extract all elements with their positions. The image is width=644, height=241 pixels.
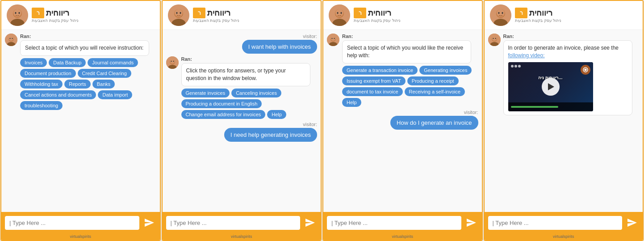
type-input-1[interactable] (5, 216, 139, 230)
bot-name-4: Ran: (503, 34, 640, 39)
svg-point-13 (12, 38, 13, 39)
svg-point-47 (502, 12, 503, 14)
svg-point-25 (170, 59, 175, 64)
send-icon-3 (466, 217, 477, 228)
tag-data-import[interactable]: Data import (98, 90, 132, 99)
play-triangle (548, 83, 554, 90)
tag-reports[interactable]: Reports (64, 80, 91, 89)
tag-producing-doc-english[interactable]: Producing a document in English (181, 99, 262, 108)
bot-content-2: Ran: Click the options for answers, or t… (181, 56, 318, 119)
tag-invoices[interactable]: Invoices (20, 58, 47, 67)
tag-troubleshooting[interactable]: troubleshooting (20, 101, 63, 110)
chat-body-2[interactable]: visitor: I want help with invoices Ran: (163, 30, 321, 212)
chat-body-3[interactable]: Ran: Select a topic of which you would l… (323, 30, 482, 212)
header-1: ר ריווחית ניהול עסק בקצות האצבעות (1, 1, 160, 30)
virtualspirits-4: virtualspirits (485, 233, 643, 240)
tag-canceling-invoices[interactable]: Canceling invoices (231, 89, 281, 97)
svg-point-53 (492, 36, 497, 41)
bot-content-4: Ran: In order to generate an invoice, pl… (503, 34, 640, 115)
avatar-2 (168, 4, 189, 26)
type-input-3[interactable] (327, 216, 461, 230)
svg-text:ר: ר (37, 10, 40, 16)
send-button-3[interactable] (464, 216, 478, 230)
send-button-4[interactable] (625, 216, 639, 230)
video-link[interactable]: following video: (508, 52, 545, 59)
bot-message-row-2: Ran: Click the options for answers, or t… (166, 56, 318, 119)
logo-brand-1: ר ריווחית (32, 8, 79, 18)
tag-buttons-3: Generate a transaction invoice Generatin… (342, 66, 478, 107)
bot-text-2: Click the options for answers, or type y… (181, 63, 310, 86)
bot-name-1: Ran: (20, 34, 156, 39)
tag-issuing-exempt-vat[interactable]: Issuing exempt from VAT (342, 76, 406, 85)
logo-brand-4: ר ריווחית (515, 8, 562, 18)
logo-icon-1: ר (32, 8, 44, 18)
tag-journal-commands[interactable]: Journal commands (88, 58, 138, 67)
dot-1 (511, 65, 514, 68)
svg-point-41 (334, 38, 335, 39)
dot-2 (514, 65, 517, 68)
chat-body-1[interactable]: Ran: Select a topic of which you will re… (1, 30, 160, 212)
visitor-bottom-msg-2: I need help generating invoices (224, 128, 317, 142)
visitor-bottom-row-2: visitor: I need help generating invoices (166, 122, 318, 142)
logo-area-4: ר ריווחית ניהול עסק בקצות האצבעות (515, 8, 562, 23)
logo-icon-3: ר (354, 8, 366, 18)
chat-container: ר ריווחית ניהול עסק בקצות האצבעות (0, 0, 644, 241)
bot-avatar-1 (5, 34, 17, 46)
svg-point-40 (332, 38, 333, 39)
bot-avatar-2 (166, 56, 179, 69)
video-play-button[interactable] (542, 78, 560, 96)
logo-brand-3: ר ריווחית (354, 8, 401, 18)
type-input-4[interactable] (488, 216, 623, 230)
send-button-1[interactable] (142, 216, 156, 230)
header-4: ר ריווחית ניהול עסק בקצות האצבעות (485, 1, 643, 30)
tag-help-2[interactable]: Help (267, 110, 286, 119)
chat-window-2: ר ריווחית ניהול עסק בקצות האצבעות visito… (162, 0, 322, 241)
avatar-1 (7, 4, 28, 26)
svg-text:ר: ר (519, 10, 523, 16)
avatar-4 (490, 4, 511, 26)
tag-self-invoice[interactable]: Receiving a self-invoice (405, 87, 465, 96)
tag-doc-to-tax[interactable]: document to tax invoice (342, 87, 403, 96)
avatar-3 (329, 4, 350, 26)
header-3: ר ריווחית ניהול עסק בקצות האצבעות (323, 1, 482, 30)
bot-message-row-1: Ran: Select a topic of which you will re… (5, 34, 156, 110)
chat-window-3: ר ריווחית ניהול עסק בקצות האצבעות (322, 0, 483, 241)
svg-point-18 (176, 12, 177, 14)
video-dots (511, 65, 521, 68)
chat-window-1: ר ריווחית ניהול עסק בקצות האצבעות (0, 0, 161, 241)
send-button-2[interactable] (303, 216, 317, 230)
video-thumbnail[interactable]: ריווחית ניה... (508, 62, 593, 111)
tag-transaction-invoice[interactable]: Generate a transaction invoice (342, 66, 418, 75)
bot-avatar-3 (327, 34, 339, 46)
bot-content-1: Ran: Select a topic of which you will re… (20, 34, 156, 110)
tag-withholding-tax[interactable]: Withholding tax (20, 80, 63, 89)
chat-window-4: ר ריווחית ניהול עסק בקצות האצבעות (484, 0, 644, 241)
tag-generating-invoices[interactable]: Generating invoices (419, 66, 472, 75)
logo-area-1: ר ריווחית ניהול עסק בקצות האצבעות (32, 8, 79, 23)
send-icon-2 (305, 217, 315, 228)
logo-sub-2: ניהול עסק בקצות האצבעות (193, 18, 240, 23)
bot-content-3: Ran: Select a topic of which you would l… (342, 34, 478, 107)
tag-banks[interactable]: Banks (92, 80, 115, 89)
tag-generate-invoices[interactable]: Generate invoices (181, 89, 230, 97)
bot-name-2: Ran: (181, 56, 318, 62)
tag-data-backup[interactable]: Data Backup (49, 58, 86, 67)
tag-cancel-actions[interactable]: Cancel actions and documents (20, 90, 96, 99)
logo-sub-4: ניהול עסק בקצות האצבעות (515, 18, 562, 23)
logo-area-3: ר ריווחית ניהול עסק בקצות האצבעות (354, 8, 401, 23)
svg-point-46 (498, 12, 499, 14)
chat-body-4[interactable]: Ran: In order to generate an invoice, pl… (485, 30, 643, 212)
bot-text-3: Select a topic of which you would like t… (342, 40, 471, 63)
tag-credit-card-clearing[interactable]: Credit Card Clearing (78, 69, 131, 78)
visitor-bottom-msg-3: How do I generate an invoice (390, 116, 478, 130)
tag-buttons-2: Generate invoices Canceling invoices Pro… (181, 89, 318, 119)
tag-change-email[interactable]: Change email address for invoices (181, 110, 266, 119)
svg-point-11 (9, 36, 14, 41)
tag-help-3[interactable]: Help (342, 98, 361, 107)
type-input-2[interactable] (166, 216, 301, 230)
logo-icon-4: ר (515, 8, 527, 18)
tag-producing-receipt[interactable]: Producing a receipt (407, 76, 459, 85)
video-progress (511, 106, 559, 108)
logo-brand-2: ר ריווחית (193, 8, 240, 18)
tag-document-production[interactable]: Document production (20, 69, 76, 78)
